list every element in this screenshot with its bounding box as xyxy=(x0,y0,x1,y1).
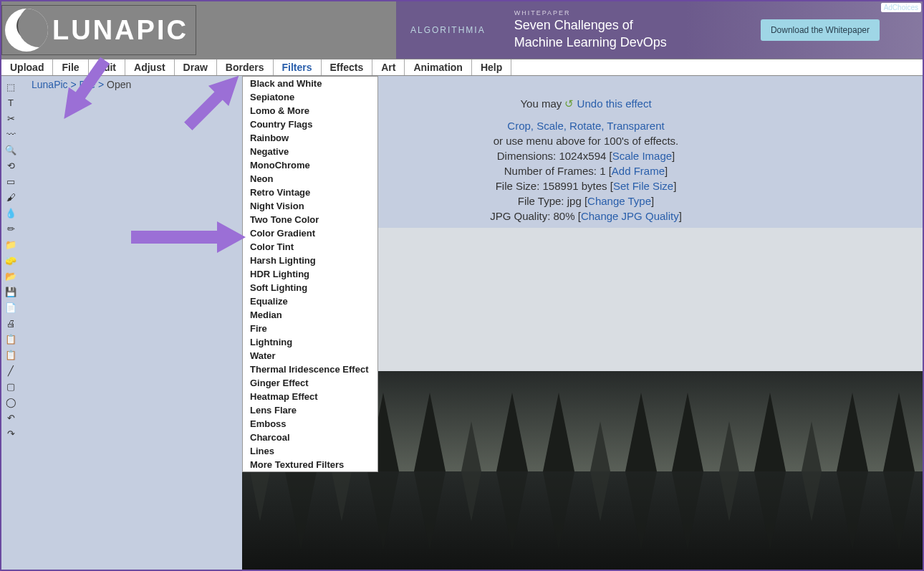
dims-value: 1024x594 xyxy=(559,150,606,162)
ad-headline1: Seven Challenges of xyxy=(514,17,667,34)
tool-20[interactable]: ◯ xyxy=(5,397,16,408)
ad-headline2: Machine Learning DevOps xyxy=(514,34,667,51)
filter-negative[interactable]: Negative xyxy=(243,145,377,158)
adchoices-label[interactable]: AdChoices xyxy=(881,3,921,12)
filter-lightning[interactable]: Lightning xyxy=(243,335,377,349)
tool-16[interactable]: 📋 xyxy=(5,334,16,345)
filter-two-tone-color[interactable]: Two Tone Color xyxy=(243,213,377,226)
filter-median[interactable]: Median xyxy=(243,308,377,322)
menu-effects[interactable]: Effects xyxy=(322,59,373,75)
tool-2[interactable]: ✂ xyxy=(5,113,16,125)
filter-country-flags[interactable]: Country Flags xyxy=(243,117,377,131)
actions-link[interactable]: Crop, Scale, Rotate, Transparent xyxy=(507,120,664,132)
filter-lens-flare[interactable]: Lens Flare xyxy=(243,403,377,417)
undo-icon: ↺ xyxy=(564,97,574,110)
tool-18[interactable]: ╱ xyxy=(5,365,16,377)
tool-21[interactable]: ↶ xyxy=(5,413,16,424)
ad-cta-button[interactable]: Download the Whitepaper xyxy=(761,19,880,41)
you-may-label: You may xyxy=(520,97,564,110)
breadcrumb: LunaPic > File > Open xyxy=(20,76,923,90)
menu-bar: UploadFileEditAdjustDrawBordersFiltersEf… xyxy=(1,59,923,76)
filter-neon[interactable]: Neon xyxy=(243,172,377,186)
menu-draw[interactable]: Draw xyxy=(175,59,217,75)
logo-text: LUNAPIC xyxy=(52,15,188,46)
menu-filters[interactable]: Filters xyxy=(274,59,322,75)
menu-upload[interactable]: Upload xyxy=(1,59,53,75)
main-area: LunaPic > File > Open Black and WhiteSep… xyxy=(20,76,923,570)
add-frame-link[interactable]: Add Frame xyxy=(612,165,665,177)
annotation-arrow-gradient xyxy=(131,219,246,255)
quality-value: 80% xyxy=(554,210,575,222)
filter-rainbow[interactable]: Rainbow xyxy=(243,131,377,145)
type-value: jpg xyxy=(567,195,582,207)
menu-adjust[interactable]: Adjust xyxy=(125,59,175,75)
filter-sepiatone[interactable]: Sepiatone xyxy=(243,90,377,104)
change-jpg-quality-link[interactable]: Change JPG Quality xyxy=(581,210,679,222)
filter-ginger-effect[interactable]: Ginger Effect xyxy=(243,376,377,390)
tool-13[interactable]: 💾 xyxy=(5,287,16,298)
tool-14[interactable]: 📄 xyxy=(5,302,16,314)
tool-6[interactable]: ▭ xyxy=(5,176,16,188)
filter-lomo-more[interactable]: Lomo & More xyxy=(243,104,377,117)
ad-text: WHITEPAPER Seven Challenges of Machine L… xyxy=(514,9,667,51)
tool-12[interactable]: 📂 xyxy=(5,271,16,282)
tool-17[interactable]: 📋 xyxy=(5,350,16,361)
tool-5[interactable]: ⟲ xyxy=(5,160,16,172)
filter-color-tint[interactable]: Color Tint xyxy=(243,240,377,254)
menu-art[interactable]: Art xyxy=(372,59,405,75)
ad-banner[interactable]: AdChoices ALGORITHMIA WHITEPAPER Seven C… xyxy=(396,1,923,59)
svg-marker-2 xyxy=(131,221,246,253)
set-filesize-link[interactable]: Set File Size xyxy=(613,180,673,192)
scale-image-link[interactable]: Scale Image xyxy=(612,150,672,162)
filter-hdr-lighting[interactable]: HDR Lighting xyxy=(243,267,377,281)
tool-3[interactable]: 〰 xyxy=(5,129,16,140)
filter-fire[interactable]: Fire xyxy=(243,322,377,335)
tool-7[interactable]: 🖌 xyxy=(5,192,16,203)
undo-link[interactable]: Undo this effect xyxy=(577,97,652,110)
frames-label: Number of Frames: xyxy=(504,165,600,177)
content: ⬚T✂〰🔍⟲▭🖌💧✏📁🧽📂💾📄🖨📋📋╱▢◯↶↷ LunaPic > File >… xyxy=(1,76,923,570)
tool-0[interactable]: ⬚ xyxy=(5,82,16,93)
menu-animation[interactable]: Animation xyxy=(405,59,471,75)
tool-8[interactable]: 💧 xyxy=(5,208,16,219)
tool-1[interactable]: T xyxy=(5,97,16,109)
tool-4[interactable]: 🔍 xyxy=(5,145,16,156)
menu-help[interactable]: Help xyxy=(472,59,511,75)
change-type-link[interactable]: Change Type xyxy=(587,195,651,207)
tool-sidebar: ⬚T✂〰🔍⟲▭🖌💧✏📁🧽📂💾📄🖨📋📋╱▢◯↶↷ xyxy=(1,76,20,570)
filter-water[interactable]: Water xyxy=(243,349,377,363)
filter-heatmap-effect[interactable]: Heatmap Effect xyxy=(243,390,377,403)
size-label: File Size: xyxy=(496,180,543,192)
filter-equalize[interactable]: Equalize xyxy=(243,294,377,308)
size-value: 158991 bytes xyxy=(543,180,607,192)
filter-thermal-iridescence-effect[interactable]: Thermal Iridescence Effect xyxy=(243,363,377,376)
tool-9[interactable]: ✏ xyxy=(5,224,16,235)
filter-black-and-white[interactable]: Black and White xyxy=(243,77,377,90)
filter-color-gradient[interactable]: Color Gradient xyxy=(243,226,377,240)
type-label: File Type: xyxy=(518,195,567,207)
logo-moon-icon xyxy=(5,9,48,52)
filter-lines[interactable]: Lines xyxy=(243,444,377,458)
filter-harsh-lighting[interactable]: Harsh Lighting xyxy=(243,254,377,267)
header: LUNAPIC AdChoices ALGORITHMIA WHITEPAPER… xyxy=(1,1,923,59)
tool-19[interactable]: ▢ xyxy=(5,381,16,393)
filters-dropdown: Black and WhiteSepiatoneLomo & MoreCount… xyxy=(242,76,378,472)
filter-soft-lighting[interactable]: Soft Lighting xyxy=(243,281,377,294)
ad-brand: ALGORITHMIA xyxy=(410,25,486,35)
tool-22[interactable]: ↷ xyxy=(5,428,16,440)
filter-charcoal[interactable]: Charcoal xyxy=(243,431,377,444)
logo[interactable]: LUNAPIC xyxy=(1,5,196,55)
frames-value: 1 xyxy=(600,165,605,177)
dims-label: Dimensions: xyxy=(497,150,559,162)
filter-monochrome[interactable]: MonoChrome xyxy=(243,158,377,172)
tool-10[interactable]: 📁 xyxy=(5,239,16,251)
ad-label: WHITEPAPER xyxy=(514,9,667,18)
tool-11[interactable]: 🧽 xyxy=(5,255,16,267)
filter-more-textured-filters[interactable]: More Textured Filters xyxy=(243,458,377,471)
tool-15[interactable]: 🖨 xyxy=(5,318,16,330)
filter-retro-vintage[interactable]: Retro Vintage xyxy=(243,186,377,199)
filter-emboss[interactable]: Emboss xyxy=(243,417,377,431)
quality-label: JPG Quality: xyxy=(490,210,553,222)
filter-night-vision[interactable]: Night Vision xyxy=(243,199,377,213)
